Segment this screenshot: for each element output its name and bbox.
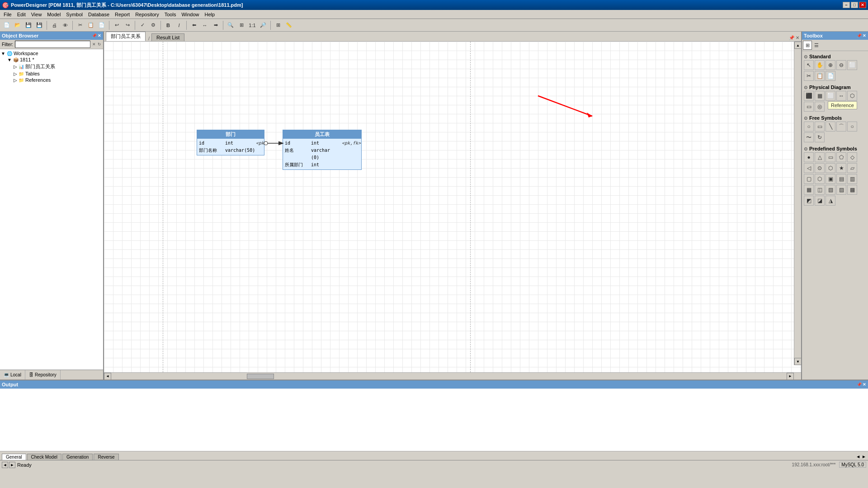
toolbar-italic[interactable]: I — [174, 20, 184, 30]
tool-f5[interactable]: ○ — [847, 122, 857, 131]
tool-f1[interactable]: ○ — [804, 122, 814, 131]
tool-f3[interactable]: ╲ — [826, 122, 835, 131]
tool-ps13[interactable]: ▣ — [826, 174, 835, 184]
close-button[interactable]: ✕ — [859, 2, 866, 8]
tool-ps5[interactable]: ◇ — [847, 152, 857, 162]
toolbar-100[interactable]: 1:1 — [247, 20, 257, 30]
toolbar-cut[interactable]: ✂ — [75, 20, 85, 30]
tool-ps16[interactable]: ▦ — [804, 185, 814, 195]
toolbar-align-left[interactable]: ⬅ — [189, 20, 199, 30]
tool-f4[interactable]: ⌒ — [836, 122, 846, 131]
tool-zoom-rect[interactable]: ⬜ — [847, 60, 857, 70]
output-tab-general[interactable]: General — [2, 454, 26, 460]
tool-ps4[interactable]: ⬠ — [836, 152, 846, 162]
tree-item-1811[interactable]: ▼ 📦 1811 * — [1, 56, 102, 63]
table-yuangong[interactable]: 员工表 id int <pk,fk> 姓名 varchar (0) 所属部门 — [283, 130, 362, 170]
tool-ps23[interactable]: ◮ — [826, 196, 835, 206]
tree-item-references[interactable]: ▷ 📁 References — [1, 77, 102, 83]
tool-f7[interactable]: ↻ — [815, 132, 825, 142]
tool-ps6[interactable]: ◁ — [804, 163, 814, 173]
canvas-pin-btn[interactable]: 📌 — [789, 35, 794, 40]
output-tab-generation[interactable]: Generation — [62, 454, 93, 460]
tool-pointer[interactable]: ↖ — [804, 60, 814, 70]
toolbox-section-standard[interactable]: ⊙ Standard — [804, 53, 866, 60]
toolbar-bold[interactable]: B — [163, 20, 173, 30]
output-nav-prev[interactable]: ◄ — [856, 454, 860, 459]
toolbox-section-free[interactable]: ⊙ Free Symbols — [804, 114, 866, 122]
toolbar-grid[interactable]: ⊞ — [273, 20, 283, 30]
canvas-content[interactable]: 部门 id int <pk> 部门名称 varchar(50) 员工表 — [104, 42, 801, 372]
tree-item-tables[interactable]: ▷ 📁 Tables — [1, 70, 102, 77]
ob-tab-local[interactable]: 💻 Local — [0, 370, 25, 380]
ob-filter-clear-btn[interactable]: ✕ — [92, 42, 96, 47]
tool-ps3[interactable]: ▭ — [826, 152, 835, 162]
toolbar-zoom-in[interactable]: 🔍 — [226, 20, 236, 30]
toolbar-paste[interactable]: 📄 — [97, 20, 107, 30]
tool-s3[interactable]: 📄 — [826, 71, 835, 81]
tool-p5[interactable]: ⬡ — [847, 91, 857, 101]
menu-report[interactable]: Report — [112, 11, 132, 18]
tool-zoom-out[interactable]: ⊖ — [836, 60, 846, 70]
output-tab-checkmodel[interactable]: Check Model — [27, 454, 61, 460]
toolbox-close-btn[interactable]: ✕ — [863, 33, 866, 38]
ob-filter-refresh-btn[interactable]: ↻ — [98, 42, 101, 47]
tool-f2[interactable]: ▭ — [815, 122, 825, 131]
tool-ps19[interactable]: ▨ — [836, 185, 846, 195]
tool-ps18[interactable]: ▧ — [826, 185, 835, 195]
toolbox-list-view[interactable]: ☰ — [812, 41, 821, 50]
tool-hand[interactable]: ✋ — [815, 60, 825, 70]
tool-ps20[interactable]: ▩ — [847, 185, 857, 195]
tool-p6[interactable]: ▭ — [804, 102, 814, 112]
maximize-button[interactable]: □ — [851, 2, 858, 8]
toolbar-undo[interactable]: ↩ — [112, 20, 122, 30]
output-nav-next[interactable]: ► — [862, 454, 866, 459]
tool-ps2[interactable]: △ — [815, 152, 825, 162]
tool-view[interactable]: ▦ — [815, 91, 825, 101]
toolbar-new[interactable]: 📄 — [2, 20, 12, 30]
tool-ps10[interactable]: ▱ — [847, 163, 857, 173]
tool-ps12[interactable]: ⬡ — [815, 174, 825, 184]
hscroll-left-btn[interactable]: ◄ — [104, 373, 111, 380]
canvas-vscroll[interactable]: ▲ ▼ — [794, 42, 801, 365]
output-close-btn[interactable]: ✕ — [863, 382, 866, 387]
tool-ps1[interactable]: ● — [804, 152, 814, 162]
nav-next-btn[interactable]: ► — [9, 462, 15, 468]
toolbar-fit[interactable]: ⊞ — [236, 20, 246, 30]
menu-view[interactable]: View — [28, 11, 45, 18]
tool-ps15[interactable]: ▥ — [847, 174, 857, 184]
menu-window[interactable]: Window — [179, 11, 202, 18]
nav-prev-btn[interactable]: ◄ — [2, 462, 8, 468]
tool-table[interactable]: ⬛ — [804, 91, 814, 101]
tool-zoom-in[interactable]: ⊕ — [826, 60, 835, 70]
menu-edit[interactable]: Edit — [14, 11, 28, 18]
toolbar-align-center[interactable]: ↔ — [200, 20, 210, 30]
table-bumen[interactable]: 部门 id int <pk> 部门名称 varchar(50) — [197, 130, 264, 155]
menu-help[interactable]: Help — [202, 11, 218, 18]
minimize-button[interactable]: − — [843, 2, 850, 8]
toolbar-preview[interactable]: 👁 — [60, 20, 70, 30]
menu-file[interactable]: File — [1, 11, 14, 18]
canvas-tab-diagram[interactable]: 部门员工关系 — [106, 32, 146, 41]
toolbar-redo[interactable]: ↪ — [123, 20, 132, 30]
toolbar-rule[interactable]: 📏 — [284, 20, 294, 30]
tool-proc[interactable]: ⬜ — [826, 91, 835, 101]
toolbar-align-right[interactable]: ➡ — [211, 20, 221, 30]
tool-s2[interactable]: 📋 — [815, 71, 825, 81]
tool-ps21[interactable]: ◩ — [804, 196, 814, 206]
tool-ps22[interactable]: ◪ — [815, 196, 825, 206]
hscroll-thumb[interactable] — [247, 374, 274, 379]
tool-s1[interactable]: ✂ — [804, 71, 814, 81]
toolbar-print[interactable]: 🖨 — [49, 20, 59, 30]
tool-f6[interactable]: 〜 — [804, 132, 814, 142]
tool-ps14[interactable]: ▤ — [836, 174, 846, 184]
toolbar-check[interactable]: ✓ — [137, 20, 147, 30]
toolbar-generate[interactable]: ⚙ — [148, 20, 158, 30]
menu-repository[interactable]: Repository — [132, 11, 162, 18]
hscroll-right-btn[interactable]: ► — [787, 373, 794, 380]
toolbar-save-all[interactable]: 💾 — [34, 20, 44, 30]
toolbox-section-physical[interactable]: ⊙ Physical Diagram — [804, 84, 866, 91]
toolbox-section-predefined[interactable]: ⊙ Predefined Symbols — [804, 145, 866, 152]
canvas-tab-result[interactable]: Result List — [151, 33, 184, 41]
vscroll-down-btn[interactable]: ▼ — [794, 358, 801, 365]
toolbar-zoom-out[interactable]: 🔎 — [258, 20, 268, 30]
